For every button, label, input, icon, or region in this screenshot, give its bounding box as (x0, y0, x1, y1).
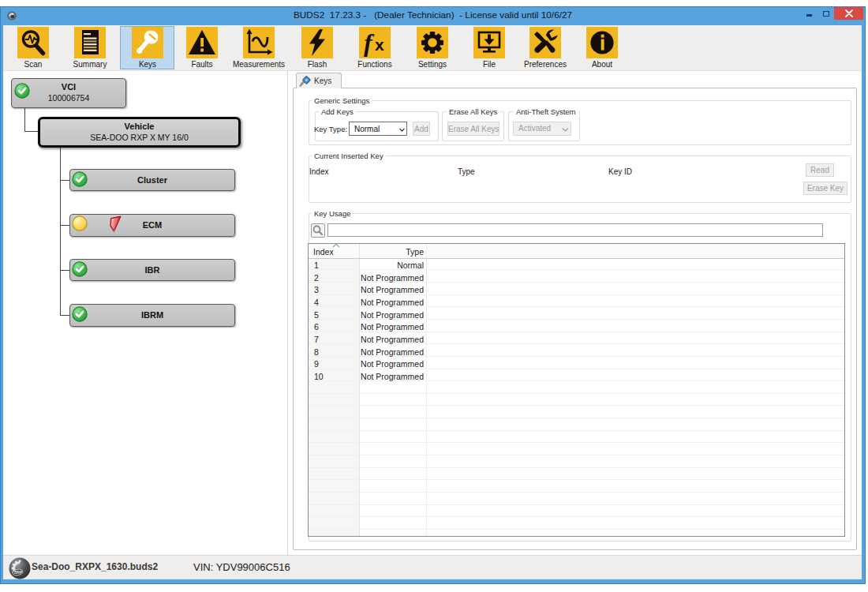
svg-text:x: x (375, 36, 384, 54)
svg-text:BRP: BRP (14, 571, 23, 575)
